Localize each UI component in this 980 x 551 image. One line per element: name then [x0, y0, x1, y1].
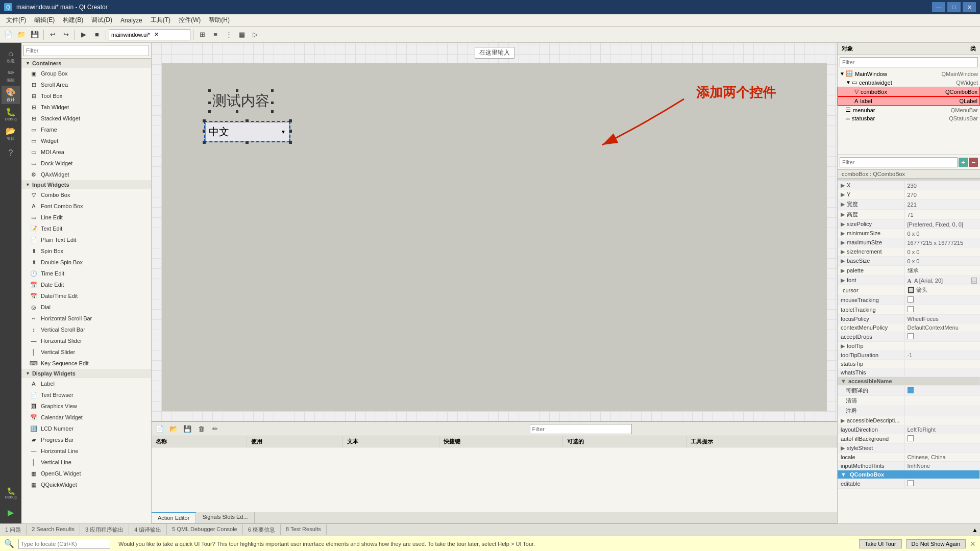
- section-input-widgets[interactable]: Input Widgets: [21, 180, 151, 189]
- file-tab[interactable]: mainwindow.ui* ✕: [109, 29, 190, 40]
- expand-palette[interactable]: ▶: [841, 267, 845, 273]
- prop-editable-value[interactable]: [904, 479, 980, 489]
- props-remove-button[interactable]: −: [969, 158, 978, 167]
- widget-dock-widget[interactable]: ▭ Dock Widget: [21, 158, 151, 169]
- prop-sizeincrement-value[interactable]: 0 x 0: [904, 247, 980, 257]
- obj-label[interactable]: A label QLabel: [838, 96, 980, 106]
- handle-tc[interactable]: [236, 89, 238, 92]
- widget-time-edit[interactable]: 🕐 Time Edit: [21, 268, 151, 279]
- widget-calendar[interactable]: 📅 Calendar Widget: [21, 412, 151, 423]
- widget-h-line[interactable]: — Horizontal Line: [21, 445, 151, 457]
- widget-lcd-number[interactable]: 🔢 LCD Number: [21, 423, 151, 434]
- prop-autofill-value[interactable]: [904, 434, 980, 444]
- redo-button[interactable]: ↪: [60, 29, 72, 41]
- prop-translatable-value[interactable]: [904, 386, 980, 396]
- widget-frame[interactable]: ▭ Frame: [21, 124, 151, 135]
- output-tab-3[interactable]: 3 应用程序输出: [80, 524, 129, 535]
- widget-v-scrollbar[interactable]: ↕ Vertical Scroll Bar: [21, 324, 151, 335]
- acceptdrops-checkbox[interactable]: [908, 333, 914, 339]
- translatable-checkbox[interactable]: [908, 387, 914, 393]
- new-button[interactable]: 📄: [2, 29, 14, 41]
- prop-locale-value[interactable]: Chinese, China: [904, 453, 980, 462]
- nav-main-debug[interactable]: 🐛 Debug: [2, 484, 20, 502]
- prop-height-value[interactable]: 71: [904, 210, 980, 220]
- obj-combobox[interactable]: ▽ comboBox QComboBox: [838, 87, 980, 96]
- handle-ml[interactable]: [208, 102, 211, 104]
- menu-analyze[interactable]: Analyze: [116, 16, 146, 25]
- layout-h-button[interactable]: ≡: [209, 29, 222, 41]
- widget-date-edit[interactable]: 📅 Date Edit: [21, 279, 151, 290]
- layout-v-button[interactable]: ⋮: [223, 29, 235, 41]
- search-input[interactable]: [18, 539, 110, 549]
- action-edit-button[interactable]: ✏: [209, 423, 221, 435]
- prop-whatstis-value[interactable]: [904, 368, 980, 377]
- prop-tooltip-value[interactable]: [904, 342, 980, 351]
- notification-close[interactable]: ✕: [970, 540, 976, 548]
- save-button[interactable]: 💾: [29, 29, 41, 41]
- nav-edit[interactable]: ✏ 编辑: [2, 66, 20, 85]
- handle-mr[interactable]: [271, 102, 274, 104]
- action-open-button[interactable]: 📂: [167, 423, 180, 435]
- prop-contextmenu-value[interactable]: DefaultContextMenu: [904, 323, 980, 332]
- expand-tooltip[interactable]: ▶: [841, 343, 845, 349]
- mousetracking-checkbox[interactable]: [908, 296, 914, 303]
- tab-action-editor[interactable]: Action Editor: [152, 512, 196, 523]
- widget-label[interactable]: A Label: [21, 378, 151, 389]
- expand-maxsize[interactable]: ▶: [841, 239, 845, 245]
- widget-dial[interactable]: ◎ Dial: [21, 302, 151, 313]
- obj-centralwidget[interactable]: ▼ ▭ centralwidget QWidget: [838, 78, 980, 87]
- obj-menubar[interactable]: ☰ menubar QMenuBar: [838, 106, 980, 114]
- handle-bl[interactable]: [208, 110, 211, 113]
- bottom-filter-input[interactable]: [530, 424, 632, 434]
- output-tab-4[interactable]: 4 编译输出: [129, 524, 167, 535]
- expand-height[interactable]: ▶: [841, 211, 845, 217]
- prop-layoutdir-value[interactable]: LeftToRight: [904, 425, 980, 434]
- widget-text-edit[interactable]: 📝 Text Edit: [21, 223, 151, 234]
- widget-tool-box[interactable]: ⊞ Tool Box: [21, 90, 151, 102]
- widget-opengl[interactable]: ▦ OpenGL Widget: [21, 468, 151, 479]
- prop-comment-value[interactable]: [904, 406, 980, 416]
- section-display-widgets[interactable]: Display Widgets: [21, 369, 151, 378]
- widget-widget[interactable]: ▭ Widget: [21, 135, 151, 146]
- menu-tools[interactable]: 工具(T): [146, 15, 175, 26]
- design-canvas[interactable]: 在这里输入 测试内容: [152, 43, 837, 421]
- expand-x[interactable]: ▶: [841, 182, 845, 188]
- menu-help[interactable]: 帮助(H): [205, 15, 234, 26]
- nav-projects[interactable]: 📂 项目: [2, 124, 20, 143]
- prop-y-value[interactable]: 270: [904, 190, 980, 199]
- widget-line-edit[interactable]: ▭ Line Edit: [21, 212, 151, 223]
- widget-key-sequence-edit[interactable]: ⌨ Key Sequence Edit: [21, 358, 151, 369]
- prop-font-value[interactable]: A A [Arial, 20] …: [904, 276, 980, 285]
- widget-h-slider[interactable]: — Horizontal Slider: [21, 335, 151, 346]
- prop-focuspolicy-value[interactable]: WheelFocus: [904, 315, 980, 323]
- widget-filter-input[interactable]: [23, 45, 149, 56]
- widget-font-combo-box[interactable]: A Font Combo Box: [21, 201, 151, 212]
- widget-spin-box[interactable]: ⬆ Spin Box: [21, 245, 151, 257]
- prop-tooltipduration-value[interactable]: -1: [904, 351, 980, 360]
- grid-button[interactable]: ⊞: [196, 29, 208, 41]
- widget-datetime-edit[interactable]: 📅 Date/Time Edit: [21, 290, 151, 302]
- prop-maxsize-value[interactable]: 16777215 x 16777215: [904, 238, 980, 247]
- menu-file[interactable]: 文件(F): [2, 15, 30, 26]
- nav-debug[interactable]: 🐛 Debug: [2, 105, 20, 123]
- widget-text-browser[interactable]: 📄 Text Browser: [21, 389, 151, 400]
- prop-tablettracking-value[interactable]: [904, 305, 980, 315]
- nav-run[interactable]: ▶: [2, 503, 20, 521]
- widget-qaxwidget[interactable]: ⚙ QAxWidget: [21, 169, 151, 180]
- action-delete-button[interactable]: 🗑: [195, 423, 207, 435]
- output-tab-6[interactable]: 6 概要信息: [243, 524, 281, 535]
- section-containers[interactable]: Containers: [21, 59, 151, 68]
- prop-sizepolicy-value[interactable]: [Preferred, Fixed, 0, 0]: [904, 220, 980, 229]
- prop-minsize-value[interactable]: 0 x 0: [904, 229, 980, 238]
- prop-acceptdrops-value[interactable]: [904, 332, 980, 342]
- widget-v-line[interactable]: │ Vertical Line: [21, 457, 151, 468]
- close-button[interactable]: ✕: [963, 2, 976, 12]
- widget-h-scrollbar[interactable]: ↔ Horizontal Scroll Bar: [21, 313, 151, 324]
- expand-accessibledesc[interactable]: ▶: [841, 417, 845, 423]
- minimize-button[interactable]: —: [932, 2, 945, 12]
- expand-basesize[interactable]: ▶: [841, 258, 845, 264]
- menu-edit[interactable]: 编辑(E): [30, 15, 59, 26]
- prop-statustip-value[interactable]: [904, 360, 980, 368]
- prop-stylesheet-value[interactable]: [904, 444, 980, 453]
- open-button[interactable]: 📁: [15, 29, 28, 41]
